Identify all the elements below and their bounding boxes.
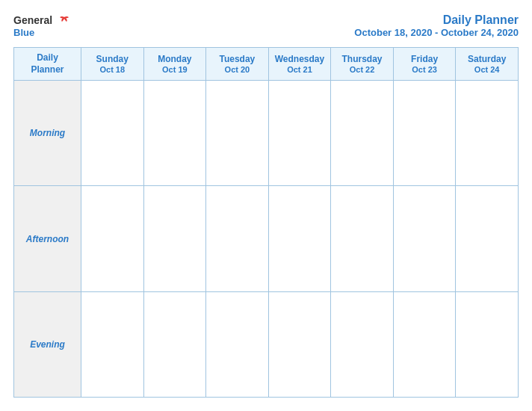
cell-sat-evening[interactable]: [456, 291, 519, 397]
col-header-mon: Monday Oct 19: [143, 48, 206, 81]
col-header-thu: Thursday Oct 22: [331, 48, 394, 81]
col-date-fri: Oct 23: [395, 65, 454, 74]
planner-title: Daily Planner: [354, 13, 519, 27]
col-date-thu: Oct 22: [332, 65, 392, 74]
cell-fri-morning[interactable]: [393, 81, 456, 186]
col-header-wed: Wednesday Oct 21: [268, 48, 331, 81]
cell-mon-morning[interactable]: [143, 81, 206, 186]
cell-tue-morning[interactable]: [206, 81, 269, 186]
cell-mon-afternoon[interactable]: [143, 186, 206, 291]
cell-thu-morning[interactable]: [331, 81, 394, 186]
col-header-label: Daily Planner: [14, 48, 81, 81]
title-area: Daily Planner October 18, 2020 - October…: [354, 13, 519, 38]
col-date-tue: Oct 20: [208, 65, 267, 74]
col-day-sat: Saturday: [457, 54, 516, 64]
bird-icon: [58, 16, 71, 26]
col-header-fri: Friday Oct 23: [393, 48, 456, 81]
planner-subtitle: October 18, 2020 - October 24, 2020: [354, 27, 519, 38]
cell-wed-evening[interactable]: [268, 291, 331, 397]
col-header-tue: Tuesday Oct 20: [206, 48, 269, 81]
label-evening: Evening: [14, 291, 81, 397]
cell-fri-afternoon[interactable]: [393, 186, 456, 291]
logo-area: General Blue: [13, 13, 71, 38]
col-day-fri: Friday: [395, 54, 454, 64]
col-header-sun: Sunday Oct 18: [81, 48, 144, 81]
calendar-table: Daily Planner Sunday Oct 18 Monday Oct 1…: [13, 47, 519, 398]
col-date-mon: Oct 19: [146, 65, 205, 74]
header: General Blue Daily Planner October 18, 2…: [13, 13, 519, 38]
cell-tue-evening[interactable]: [206, 291, 269, 397]
cell-mon-evening[interactable]: [143, 291, 206, 397]
cell-sun-evening[interactable]: [81, 291, 144, 397]
col-day-sun: Sunday: [83, 54, 142, 64]
cell-sun-morning[interactable]: [81, 81, 144, 186]
logo-blue-text: Blue: [13, 27, 34, 38]
col-date-sat: Oct 24: [457, 65, 516, 74]
page: General Blue Daily Planner October 18, 2…: [0, 0, 532, 411]
row-afternoon: Afternoon: [14, 186, 519, 291]
cell-wed-afternoon[interactable]: [268, 186, 331, 291]
col-day-thu: Thursday: [332, 54, 392, 64]
cell-sat-afternoon[interactable]: [456, 186, 519, 291]
logo-general: General: [13, 14, 52, 26]
cell-wed-morning[interactable]: [268, 81, 331, 186]
cell-sun-afternoon[interactable]: [81, 186, 144, 291]
col-label-daily: Daily: [16, 52, 79, 64]
col-date-wed: Oct 21: [270, 65, 330, 74]
col-day-tue: Tuesday: [208, 54, 267, 64]
cell-fri-evening[interactable]: [393, 291, 456, 397]
col-date-sun: Oct 18: [83, 65, 142, 74]
row-evening: Evening: [14, 291, 519, 397]
cell-tue-afternoon[interactable]: [206, 186, 269, 291]
cell-thu-afternoon[interactable]: [331, 186, 394, 291]
col-header-sat: Saturday Oct 24: [456, 48, 519, 81]
col-label-planner: Planner: [16, 64, 79, 76]
row-morning: Morning: [14, 81, 519, 186]
cell-sat-morning[interactable]: [456, 81, 519, 186]
header-row: Daily Planner Sunday Oct 18 Monday Oct 1…: [14, 48, 519, 81]
cell-thu-evening[interactable]: [331, 291, 394, 397]
label-afternoon: Afternoon: [14, 186, 81, 291]
label-morning: Morning: [14, 81, 81, 186]
col-day-mon: Monday: [146, 54, 205, 64]
logo: General: [13, 13, 71, 27]
col-day-wed: Wednesday: [270, 54, 330, 64]
